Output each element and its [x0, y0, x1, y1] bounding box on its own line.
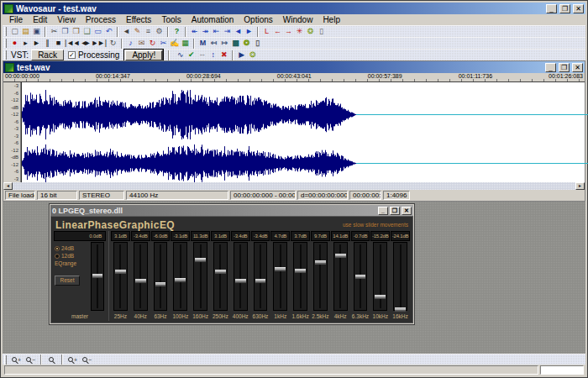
eq-band-slider[interactable]: [333, 242, 348, 311]
channel-block-icon[interactable]: ▩: [230, 38, 241, 49]
eq-reset-button[interactable]: Reset: [55, 276, 80, 286]
doc-close-button[interactable]: ✕: [572, 63, 583, 72]
waveform-canvas[interactable]: [21, 82, 588, 182]
scrollbar-left-icon[interactable]: ◄: [3, 182, 13, 190]
paste-icon[interactable]: ❒: [71, 26, 81, 37]
menu-edit[interactable]: Edit: [28, 15, 52, 24]
vst-route-icon[interactable]: ↕: [207, 50, 218, 60]
eq-band-slider[interactable]: [213, 242, 228, 311]
stop-icon[interactable]: ■: [53, 38, 64, 49]
vst-ok-icon[interactable]: ✔: [186, 50, 197, 60]
eq-band-slider[interactable]: [234, 242, 248, 311]
view-end-icon[interactable]: ⇥: [222, 26, 233, 37]
menu-process[interactable]: Process: [81, 15, 121, 24]
pause-icon[interactable]: ∥: [42, 38, 53, 49]
scrollbar-right-icon[interactable]: ►: [575, 182, 585, 190]
open-icon[interactable]: ▤: [20, 26, 31, 37]
rack-button[interactable]: Rack: [31, 50, 64, 60]
maximize-button[interactable]: ❐: [559, 4, 570, 13]
eq-restore-button[interactable]: ❐: [390, 207, 400, 215]
eq-slider-handle[interactable]: [175, 278, 186, 282]
menu-help[interactable]: Help: [318, 15, 345, 24]
timeline-ruler[interactable]: 00:00:00:00000:00:14:34700:00:28:69400:0…: [3, 73, 585, 82]
zoom-v-out-icon[interactable]: −: [80, 354, 94, 365]
eq-band-slider[interactable]: [354, 242, 368, 311]
new-icon[interactable]: ▢: [9, 26, 20, 37]
record-icon[interactable]: ●: [9, 38, 20, 49]
eq-band-slider[interactable]: [154, 242, 168, 311]
eq-band-slider[interactable]: [173, 242, 187, 311]
minimize-button[interactable]: _: [546, 4, 557, 13]
toolbar-grip[interactable]: [4, 27, 7, 36]
menu-file[interactable]: File: [4, 15, 28, 24]
vst-curve-icon[interactable]: ∿: [175, 50, 186, 60]
skip-start-icon[interactable]: |◄: [64, 38, 75, 49]
export-icon[interactable]: ✉: [136, 38, 147, 49]
menu-effects[interactable]: Effects: [121, 15, 156, 24]
eq-slider-handle[interactable]: [375, 295, 386, 299]
zoom-in-h-icon[interactable]: ↠: [200, 26, 211, 37]
toolbar-grip[interactable]: [4, 50, 7, 60]
zoom-full-icon[interactable]: [45, 354, 59, 365]
eq-master-slider[interactable]: [91, 242, 104, 311]
eq-slider-handle[interactable]: [255, 279, 266, 283]
loop-icon[interactable]: ↻: [108, 38, 118, 49]
lock2-icon[interactable]: ❂: [241, 38, 252, 49]
eq-range-option[interactable]: 24dB: [55, 245, 88, 251]
eq-slider-handle[interactable]: [395, 307, 406, 312]
rewind-icon[interactable]: ◄◄: [75, 38, 86, 49]
wrench-icon[interactable]: ⚙: [154, 26, 165, 37]
lock-icon[interactable]: ❂: [305, 26, 316, 37]
eq-slider-handle[interactable]: [315, 260, 326, 265]
eq-band-slider[interactable]: [113, 242, 128, 311]
cut-icon[interactable]: ✂: [49, 26, 60, 37]
view-start-icon[interactable]: ⇤: [211, 26, 222, 37]
scrollbar-track[interactable]: [13, 182, 575, 190]
eq-band-slider[interactable]: [393, 242, 407, 311]
eq-close-button[interactable]: ✕: [402, 207, 412, 215]
menu-automation[interactable]: Automation: [186, 15, 239, 24]
eq-band-slider[interactable]: [313, 242, 328, 311]
processing-checkbox[interactable]: ✓: [68, 51, 76, 59]
split-icon[interactable]: ✂: [158, 38, 169, 49]
draw-icon[interactable]: ✍: [169, 38, 180, 49]
play-note-icon[interactable]: ♪: [125, 38, 136, 49]
eq-slider-handle[interactable]: [295, 269, 306, 273]
trash-icon[interactable]: ▯: [316, 26, 327, 37]
loop-out-icon[interactable]: ↦: [219, 38, 230, 49]
vst-play-icon[interactable]: ▶: [236, 50, 247, 60]
help-icon[interactable]: ?: [171, 26, 182, 37]
zoom-out-h-icon[interactable]: ↞: [189, 26, 200, 37]
waveform-view[interactable]: -3-6-12-dB-12-6-3 -3-6-12-dB-12-6-3: [3, 82, 585, 182]
pencil-icon[interactable]: ✎: [132, 26, 143, 37]
eq-slider-handle[interactable]: [235, 279, 246, 283]
play-cursor-icon[interactable]: ▸: [20, 38, 31, 49]
volume-icon[interactable]: ◄: [121, 26, 132, 37]
eq-band-slider[interactable]: [254, 242, 268, 311]
grid-icon[interactable]: ▦: [180, 38, 191, 49]
eq-band-slider[interactable]: [134, 242, 148, 311]
reload-icon[interactable]: ↻: [147, 38, 158, 49]
cursor-left-icon[interactable]: ◄: [233, 26, 244, 37]
eq-slider-handle[interactable]: [215, 270, 226, 274]
marker-left-icon[interactable]: ←: [272, 26, 283, 37]
menu-options[interactable]: Options: [239, 15, 277, 24]
cursor-right-icon[interactable]: ►: [244, 26, 255, 37]
loop-in-icon[interactable]: ↤: [208, 38, 219, 49]
levels-icon[interactable]: ≡: [143, 26, 154, 37]
horizontal-scrollbar[interactable]: ◄ ►: [3, 182, 585, 190]
zoom-out-icon[interactable]: −: [24, 354, 38, 365]
eq-slider-handle[interactable]: [195, 258, 206, 262]
play-icon[interactable]: ►: [31, 38, 42, 49]
close-button[interactable]: ✕: [573, 4, 584, 13]
eq-band-slider[interactable]: [373, 242, 387, 311]
copy-icon[interactable]: ❐: [60, 26, 71, 37]
eq-minimize-button[interactable]: _: [378, 207, 388, 215]
toolbar-grip[interactable]: [4, 355, 7, 365]
menu-view[interactable]: View: [52, 15, 81, 24]
trash2-icon[interactable]: ▯: [252, 38, 263, 49]
eq-slider-handle[interactable]: [275, 267, 286, 271]
toolbar-grip[interactable]: [4, 39, 7, 48]
marker-right-icon[interactable]: →: [283, 26, 294, 37]
marker-corner-icon[interactable]: L: [261, 26, 272, 37]
